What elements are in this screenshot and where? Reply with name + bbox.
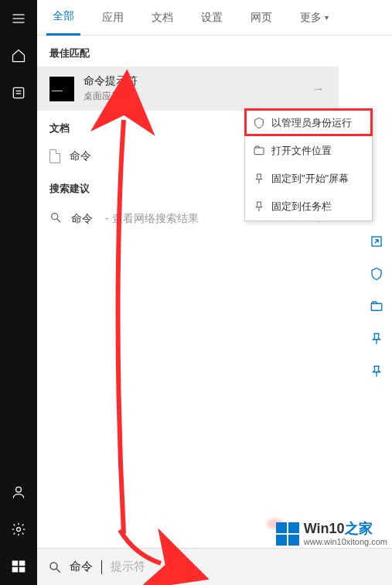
- ctx-pin-start[interactable]: 固定到"开始"屏幕: [245, 165, 372, 193]
- home-icon: [11, 48, 26, 63]
- account-button[interactable]: [0, 474, 37, 511]
- section-best-match: 最佳匹配: [37, 36, 339, 67]
- ctx-open-location-label: 打开文件位置: [271, 144, 332, 158]
- open-icon: [370, 234, 383, 248]
- watermark-url: www.win10xitong.com: [304, 537, 387, 546]
- svg-rect-12: [12, 567, 19, 573]
- best-match-item[interactable]: 命令提示符 桌面应用 →: [37, 67, 339, 111]
- search-icon: [48, 560, 62, 574]
- recent-button[interactable]: [0, 74, 37, 111]
- svg-point-14: [52, 214, 58, 220]
- search-autocomplete-ghost: 提示符: [111, 559, 145, 574]
- preview-folder-button[interactable]: [367, 297, 386, 316]
- preview-pin-taskbar-button[interactable]: [367, 362, 386, 381]
- ctx-run-as-admin[interactable]: 以管理员身份运行: [245, 109, 372, 137]
- svg-rect-16: [254, 148, 264, 155]
- ctx-pin-start-label: 固定到"开始"屏幕: [271, 172, 349, 186]
- chevron-down-icon: ▾: [325, 13, 329, 22]
- search-icon: [49, 211, 62, 226]
- folder-open-icon: [370, 299, 383, 313]
- document-icon: [49, 149, 60, 163]
- pin-taskbar-icon: [253, 200, 265, 213]
- best-match-title: 命令提示符: [84, 74, 138, 88]
- tab-apps[interactable]: 应用: [96, 0, 130, 36]
- expand-arrow-icon[interactable]: →: [312, 82, 325, 96]
- best-match-subtitle: 桌面应用: [84, 90, 138, 103]
- svg-point-6: [16, 487, 22, 492]
- pin2-icon: [370, 364, 383, 378]
- preview-action-bar: [367, 232, 386, 381]
- svg-rect-3: [13, 87, 23, 98]
- suggestion-desc: - 查看网络搜索结果: [105, 212, 199, 226]
- watermark-logo-icon: [276, 522, 299, 546]
- gear-icon: [11, 522, 26, 537]
- context-menu: 以管理员身份运行 打开文件位置 固定到"开始"屏幕 固定到任务栏: [244, 108, 373, 221]
- cmd-icon: [49, 77, 74, 101]
- hamburger-icon: [11, 11, 26, 26]
- pin-icon: [370, 332, 383, 346]
- search-typed-text: 命令: [70, 559, 93, 574]
- svg-rect-10: [12, 561, 19, 566]
- tab-settings[interactable]: 设置: [195, 0, 229, 36]
- list-icon: [11, 85, 26, 101]
- person-icon: [11, 484, 26, 500]
- shield-icon: [370, 267, 383, 281]
- svg-line-20: [56, 569, 60, 573]
- tab-more[interactable]: 更多▾: [294, 0, 335, 36]
- svg-rect-18: [371, 303, 382, 310]
- search-input[interactable]: 命令提示符: [37, 548, 392, 585]
- watermark: Win10之家 www.win10xitong.com: [276, 522, 387, 546]
- suggestion-term: 命令: [71, 212, 93, 226]
- windows-icon: [11, 559, 26, 574]
- preview-admin-button[interactable]: [367, 265, 386, 283]
- watermark-brand: Win10之家: [304, 522, 387, 537]
- search-filter-tabs: 全部 应用 文档 设置 网页 更多▾: [37, 0, 392, 36]
- start-button[interactable]: [0, 548, 37, 585]
- svg-rect-13: [19, 567, 26, 573]
- settings-button[interactable]: [0, 511, 37, 548]
- ctx-open-location[interactable]: 打开文件位置: [245, 137, 372, 165]
- admin-icon: [253, 117, 265, 129]
- ctx-run-as-admin-label: 以管理员身份运行: [271, 116, 352, 130]
- document-result-label: 命令: [70, 149, 91, 163]
- text-caret: [101, 560, 102, 574]
- svg-rect-11: [19, 561, 26, 566]
- tab-documents[interactable]: 文档: [145, 0, 179, 36]
- folder-icon: [253, 145, 265, 157]
- svg-line-15: [57, 219, 60, 222]
- hamburger-menu-button[interactable]: [0, 0, 37, 37]
- pin-start-icon: [253, 173, 265, 185]
- ctx-pin-taskbar-label: 固定到任务栏: [271, 200, 332, 214]
- start-rail: [0, 0, 37, 585]
- svg-point-7: [17, 528, 21, 532]
- svg-point-19: [50, 563, 57, 570]
- tab-more-label: 更多: [300, 11, 322, 25]
- preview-pin-start-button[interactable]: [367, 330, 386, 348]
- home-button[interactable]: [0, 37, 37, 74]
- tab-all[interactable]: 全部: [46, 0, 80, 36]
- ctx-pin-taskbar[interactable]: 固定到任务栏: [245, 193, 372, 221]
- preview-open-button[interactable]: [367, 232, 386, 251]
- tab-web[interactable]: 网页: [244, 0, 278, 36]
